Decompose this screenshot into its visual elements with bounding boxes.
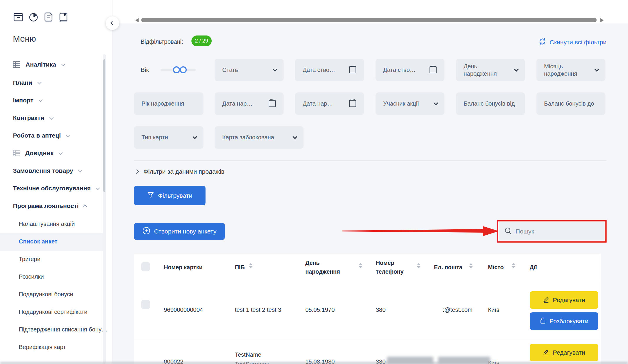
sidebar-subitem-mailings[interactable]: Розсилки <box>19 273 44 280</box>
col-phone: Номер телефону <box>376 258 408 276</box>
archive-icon[interactable] <box>13 12 23 22</box>
chevron-down-icon <box>66 133 70 137</box>
section-divider <box>134 160 607 161</box>
chevron-down-icon <box>595 67 599 72</box>
filter-bonus-balance-to[interactable]: Баланс бонусів до <box>536 92 605 115</box>
search-icon <box>504 227 512 236</box>
filter-card-type-select[interactable]: Тип карти <box>134 126 203 149</box>
pie-chart-icon[interactable] <box>28 12 39 22</box>
sidebar-subitem-card-verification[interactable]: Верифікація карт <box>19 344 66 351</box>
sidebar-subitem-triggers[interactable]: Тригери <box>19 256 41 263</box>
filter-promo-participant-select[interactable]: Учасник акції <box>376 92 445 115</box>
col-card-number: Номер картки <box>164 263 203 272</box>
calendar-icon <box>349 65 356 75</box>
filtered-count-badge: 2 / 29 <box>191 35 212 46</box>
reset-filters-link[interactable]: Скинути всі фільтри <box>538 38 607 47</box>
document-icon[interactable] <box>43 12 53 22</box>
age-filter-label: Вік <box>141 66 149 73</box>
sidebar-scrollbar-thumb[interactable] <box>103 59 105 192</box>
search-input[interactable] <box>516 228 599 235</box>
col-email: Ел. пошта <box>434 263 462 272</box>
unlock-icon <box>540 317 546 326</box>
sidebar-subitem-bonus-writeoff-confirm[interactable]: Підтвердження списання бону… <box>19 326 107 333</box>
sidebar-collapse-button[interactable] <box>106 16 119 30</box>
table-header-row: Номер картки ПІБ День народження Номер т… <box>134 254 601 280</box>
cell-email: :@test.com <box>443 307 472 313</box>
filter-created-date-from[interactable]: Дата ство… <box>295 59 364 81</box>
filter-created-date-to[interactable]: Дата ство… <box>376 59 445 81</box>
sidebar-item-pharmacy-work[interactable]: Робота в аптеці <box>13 132 69 139</box>
col-full-name: ПІБ <box>235 263 245 272</box>
filter-birth-day-select[interactable]: День народження <box>456 59 525 81</box>
chevron-down-icon <box>49 116 53 120</box>
book-icon[interactable] <box>58 12 69 22</box>
filter-birth-date-from[interactable]: Дата нар… <box>215 92 284 115</box>
chevron-down-icon <box>37 80 41 84</box>
col-city: Місто <box>488 263 504 272</box>
search-box[interactable] <box>499 222 605 241</box>
create-questionnaire-button[interactable]: Створити нову анкету <box>134 223 225 240</box>
red-annotation-arrow <box>342 225 501 238</box>
age-range-handle-max[interactable] <box>180 66 187 73</box>
sidebar-subitem-gift-certificates[interactable]: Подарункові сертифікати <box>19 309 87 315</box>
edit-button[interactable]: Редагувати <box>530 291 598 309</box>
search-highlight-box <box>497 220 607 243</box>
edit-button[interactable]: Редагувати <box>530 344 598 361</box>
filtered-label: Відфільтровані: <box>141 38 183 45</box>
filter-gender-select[interactable]: Стать <box>215 59 284 81</box>
chevron-left-icon <box>110 21 115 25</box>
bottom-edge-blur <box>0 362 628 364</box>
row-checkbox[interactable] <box>141 300 150 309</box>
hscroll-left-arrow-icon[interactable] <box>135 18 139 22</box>
hscroll-right-arrow-icon[interactable] <box>600 18 604 22</box>
filter-card-blocked-select[interactable]: Карта заблокована <box>215 126 304 149</box>
funnel-icon <box>147 191 154 200</box>
list-icon <box>13 150 20 156</box>
cell-full-name: test 1 test 2 test 3 <box>235 307 281 313</box>
sidebar-subitem-questionnaire-list[interactable]: Список анкет <box>19 238 58 245</box>
chevron-down-icon <box>434 101 438 106</box>
filter-button[interactable]: Фільтрувати <box>134 186 206 205</box>
hscroll-thumb[interactable] <box>141 18 597 22</box>
sidebar-top-icons <box>13 12 69 22</box>
filter-birth-year-input[interactable]: Рік народження <box>134 92 203 115</box>
chevron-down-icon <box>293 135 297 139</box>
cell-card-number: 969000000004 <box>164 307 203 313</box>
sidebar-item-plans[interactable]: Плани <box>13 79 41 86</box>
calendar-icon <box>268 99 276 109</box>
sidebar-item-loyalty-program[interactable]: Програма лояльності <box>13 202 87 209</box>
sort-icon[interactable] <box>512 263 515 268</box>
sidebar-item-import[interactable]: Імпорт <box>13 97 42 104</box>
sidebar: Меню Аналітика Плани Імпорт Контракти Ро… <box>0 0 112 364</box>
chevron-down-icon <box>61 62 65 66</box>
sidebar-item-directory[interactable]: Довідник <box>13 150 62 157</box>
sidebar-item-contracts[interactable]: Контракти <box>13 114 53 121</box>
chevron-down-icon <box>59 151 63 155</box>
age-range-handle-min[interactable] <box>173 66 180 73</box>
sort-icon[interactable] <box>469 263 473 268</box>
pencil-icon <box>543 349 549 357</box>
unlock-button[interactable]: Розблокувати <box>530 312 598 330</box>
cell-city: Київ <box>488 307 499 313</box>
filter-bonus-balance-from[interactable]: Баланс бонусів від <box>456 92 525 115</box>
chevron-down-icon <box>193 135 197 139</box>
chevron-down-icon <box>273 67 277 72</box>
sort-icon[interactable] <box>249 263 252 268</box>
sidebar-item-maintenance[interactable]: Технічне обслуговування <box>13 185 99 192</box>
row-divider <box>134 338 601 338</box>
sidebar-subitem-gift-bonuses[interactable]: Подарункові бонуси <box>19 291 73 298</box>
sales-filters-toggle[interactable]: Фільтри за даними продажів <box>135 168 225 175</box>
sidebar-item-goods-order[interactable]: Замовлення товару <box>13 167 81 174</box>
sidebar-item-analytics[interactable]: Аналітика <box>13 61 64 68</box>
sort-icon[interactable] <box>417 263 420 268</box>
filter-birth-date-to[interactable]: Дата нар… <box>295 92 364 115</box>
sidebar-subitem-promo-settings[interactable]: Налаштування акцій <box>19 221 75 227</box>
chevron-down-icon <box>78 168 82 172</box>
col-birthday: День народження <box>305 258 344 276</box>
sort-icon[interactable] <box>359 263 362 268</box>
select-all-checkbox[interactable] <box>141 262 150 271</box>
filter-birth-month-select[interactable]: Місяць народження <box>536 59 605 81</box>
cell-phone: 380 <box>376 307 385 313</box>
chevron-down-icon <box>96 186 100 190</box>
chevron-up-icon <box>83 204 87 209</box>
